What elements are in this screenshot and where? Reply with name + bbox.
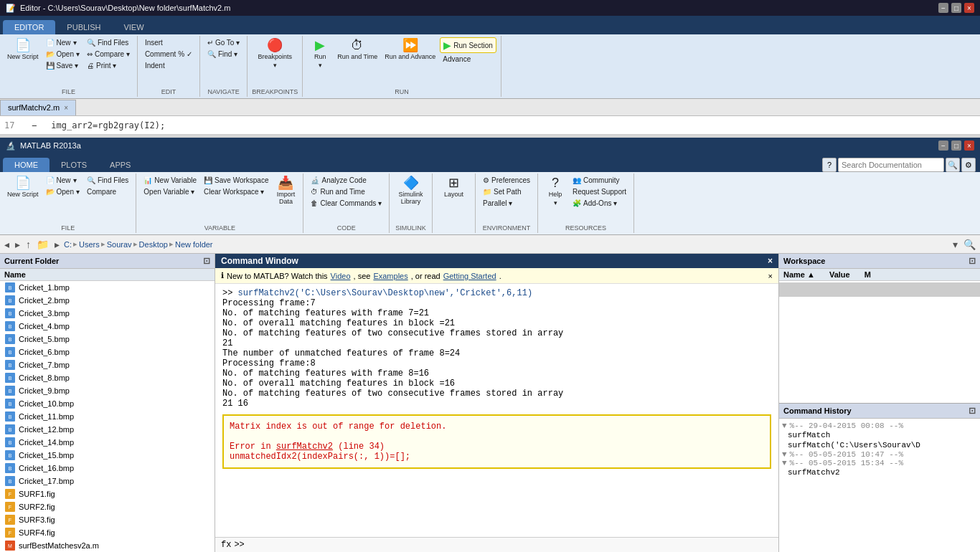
command-window-close[interactable]: × (768, 256, 773, 266)
forward-button[interactable]: ▸ (14, 239, 22, 250)
tab-plots[interactable]: PLOTS (50, 158, 98, 172)
matlab-maximize-btn[interactable]: □ (951, 141, 961, 151)
run-and-advance-button[interactable]: ⏩ Run and Advance (382, 37, 438, 62)
find-files-button[interactable]: 🔍 Find Files (84, 37, 133, 48)
comment-button[interactable]: Comment % ✓ (142, 49, 195, 60)
add-ons-button[interactable]: 🧩 Add-Ons ▾ (570, 198, 629, 209)
matlab-open-button[interactable]: 📂 Open ▾ (43, 186, 83, 197)
editor-close-btn[interactable]: × (964, 3, 974, 13)
run-and-time-button[interactable]: ⏱ Run and Time (334, 37, 380, 62)
tab-publish[interactable]: PUBLISH (55, 20, 112, 34)
list-item[interactable]: FSURF1.fig (0, 487, 215, 500)
set-path-button[interactable]: 📁 Set Path (480, 186, 533, 197)
request-support-button[interactable]: Request Support (570, 186, 629, 197)
editor-minimize-btn[interactable]: − (938, 3, 948, 13)
list-item[interactable]: BCricket_12.bmp (0, 423, 215, 436)
list-item[interactable]: BCricket_7.bmp (0, 358, 215, 371)
open-button[interactable]: 📂 Open ▾ (43, 49, 83, 60)
clear-workspace-button[interactable]: Clear Workspace ▾ (201, 186, 271, 197)
up-button[interactable]: ↑ (24, 239, 32, 250)
run-and-time-m-button[interactable]: ⏱ Run and Time (308, 186, 385, 197)
run-button[interactable]: ▶ Run ▾ (307, 37, 333, 70)
parallel-button[interactable]: Parallel ▾ (480, 198, 533, 209)
matlab-settings-btn[interactable]: ⚙ (961, 158, 976, 172)
error-link[interactable]: surfMatchv2 (276, 442, 333, 452)
preferences-button[interactable]: ⚙ Preferences (480, 175, 533, 186)
list-item[interactable]: BCricket_1.bmp (0, 281, 215, 294)
history-cmd[interactable]: surfMatchv2 (782, 467, 977, 477)
tab-editor[interactable]: EDITOR (3, 20, 55, 34)
breadcrumb-newfolder[interactable]: New folder (175, 240, 213, 249)
indent-button[interactable]: Indent (142, 60, 195, 71)
list-item[interactable]: BCricket_8.bmp (0, 371, 215, 384)
breakpoints-button[interactable]: 🔴 Breakpoints ▾ (255, 37, 295, 70)
list-item[interactable]: BCricket_15.bmp (0, 449, 215, 462)
editor-maximize-btn[interactable]: □ (951, 3, 961, 13)
list-item[interactable]: BCricket_11.bmp (0, 410, 215, 423)
prompt-input[interactable] (248, 540, 773, 550)
list-item[interactable]: BCricket_5.bmp (0, 333, 215, 346)
back-button[interactable]: ◂ (3, 239, 11, 250)
cw-prompt-bar[interactable]: fx >> (215, 537, 778, 552)
list-item[interactable]: FSURF4.fig (0, 526, 215, 539)
run-section-button[interactable]: ▶ Run Section (440, 37, 496, 53)
history-collapse-btn[interactable]: ▼ (782, 459, 787, 467)
new-button[interactable]: 📄 New ▾ (43, 37, 83, 48)
breadcrumb-c[interactable]: C: (64, 240, 72, 249)
import-data-button[interactable]: 📥 ImportData (273, 175, 298, 206)
history-collapse-btn[interactable]: ▼ (782, 422, 787, 430)
tab-home[interactable]: HOME (3, 158, 50, 172)
list-item[interactable]: BCricket_9.bmp (0, 384, 215, 397)
open-variable-button[interactable]: Open Variable ▾ (141, 186, 199, 197)
list-item[interactable]: BCricket_10.bmp (0, 397, 215, 410)
breadcrumb-desktop[interactable]: Desktop (139, 240, 168, 249)
list-item[interactable]: BCricket_16.bmp (0, 462, 215, 475)
workspace-menu-btn[interactable]: ⊡ (969, 256, 976, 266)
path-arrow-btn[interactable]: ▾ (951, 239, 959, 250)
cw-info-close[interactable]: × (768, 272, 773, 280)
code-editor-area[interactable]: 17 − img_arr2=rgb2gray(I2); (0, 116, 980, 135)
list-item[interactable]: FSURF2.fig (0, 500, 215, 513)
analyze-code-button[interactable]: 🔬 Analyze Code (308, 175, 385, 186)
tab-apps[interactable]: APPS (98, 158, 142, 172)
matlab-help-icon-btn[interactable]: ? (822, 158, 837, 172)
info-examples-link[interactable]: Examples (373, 272, 407, 280)
find-button[interactable]: 🔍 Find ▾ (204, 49, 242, 60)
advance-button[interactable]: Advance (440, 54, 496, 65)
matlab-search-input[interactable] (838, 158, 944, 172)
list-item[interactable]: BCricket_3.bmp (0, 307, 215, 320)
list-item[interactable]: FSURF3.fig (0, 513, 215, 526)
community-button[interactable]: 👥 Community (570, 175, 629, 186)
new-variable-button[interactable]: 📊 New Variable (141, 175, 199, 186)
history-cmd[interactable]: surfMatch (782, 430, 977, 440)
file-tab-surfmatchv2[interactable]: surfMatchv2.m × (0, 100, 76, 115)
matlab-minimize-btn[interactable]: − (938, 141, 948, 151)
list-item[interactable]: BCricket_14.bmp (0, 436, 215, 449)
go-to-button[interactable]: ↵ Go To ▾ (204, 37, 242, 48)
matlab-compare-button[interactable]: Compare (84, 186, 131, 197)
list-item[interactable]: BCricket_2.bmp (0, 294, 215, 307)
save-button[interactable]: 💾 Save ▾ (43, 60, 83, 71)
matlab-find-files-button[interactable]: 🔍 Find Files (84, 175, 131, 186)
print-button[interactable]: 🖨 Print ▾ (84, 60, 133, 71)
matlab-close-btn[interactable]: × (964, 141, 974, 151)
new-script-button[interactable]: 📄 New Script (4, 37, 42, 62)
path-search-icon[interactable]: 🔍 (962, 239, 977, 250)
help-button[interactable]: ? Help ▾ (542, 175, 568, 208)
history-cmd[interactable]: surfMatch('C:\Users\Sourav\D (782, 440, 977, 450)
history-collapse-btn[interactable]: ▼ (782, 450, 787, 459)
simulink-library-button[interactable]: 🔷 SimulinkLibrary (396, 175, 426, 206)
insert-button[interactable]: Insert (142, 37, 195, 48)
breadcrumb-sourav[interactable]: Sourav (107, 240, 132, 249)
matlab-new-button[interactable]: 📄 New ▾ (43, 175, 83, 186)
layout-button[interactable]: ⊞ Layout (441, 175, 467, 199)
breadcrumb-users[interactable]: Users (79, 240, 100, 249)
current-folder-menu-btn[interactable]: ⊡ (203, 256, 210, 266)
matlab-search-btn[interactable]: 🔍 (946, 158, 960, 172)
list-item[interactable]: MsurfBestMatchesv2a.m (0, 539, 215, 552)
clear-commands-button[interactable]: 🗑 Clear Commands ▾ (308, 198, 385, 209)
list-item[interactable]: BCricket_17.bmp (0, 475, 215, 487)
save-workspace-button[interactable]: 💾 Save Workspace (201, 175, 271, 186)
tab-view[interactable]: VIEW (112, 20, 155, 34)
info-getting-started-link[interactable]: Getting Started (443, 272, 496, 280)
